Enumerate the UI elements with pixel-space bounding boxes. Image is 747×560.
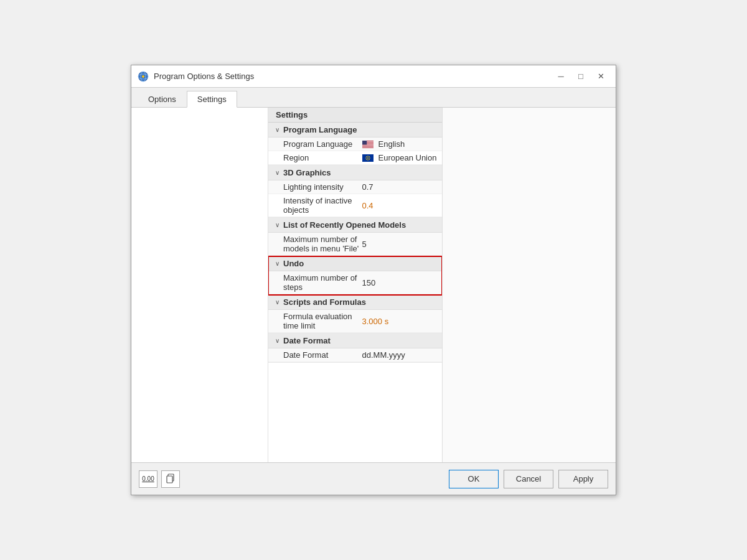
section-label-3d-graphics: 3D Graphics: [283, 168, 331, 177]
copy-button[interactable]: [161, 470, 180, 488]
section-label-recent-models: List of Recently Opened Models: [283, 220, 406, 230]
chevron-undo: ∨: [273, 260, 281, 267]
title-bar-controls: ─ □ ✕: [552, 70, 609, 83]
setting-value-region: European Union: [362, 153, 437, 162]
section-date-format: ∨ Date Format Date Format dd.MM.yyyy: [268, 334, 442, 363]
section-3d-graphics: ∨ 3D Graphics Lighting intensity 0.7 Int…: [268, 166, 442, 218]
format-button[interactable]: 0.00: [139, 470, 157, 488]
setting-inactive-intensity: Intensity of inactive objects 0.4: [268, 194, 442, 217]
svg-rect-8: [362, 144, 374, 145]
content-area: Settings ∨ Program Language Program Lang…: [131, 108, 616, 462]
tab-settings[interactable]: Settings: [187, 91, 237, 108]
svg-point-13: [367, 157, 369, 159]
value-max-models: 5: [362, 240, 367, 249]
value-lighting: 0.7: [362, 182, 374, 192]
setting-program-language: Program Language E: [268, 138, 442, 151]
bottom-bar: 0.00 OK Cancel Apply: [131, 462, 616, 495]
settings-header: Settings: [268, 108, 442, 123]
section-program-language-title[interactable]: ∨ Program Language: [268, 123, 442, 138]
svg-point-18: [366, 156, 367, 157]
app-icon: [138, 71, 149, 82]
setting-name-date-format: Date Format: [283, 350, 362, 360]
minimize-button[interactable]: ─: [552, 70, 570, 83]
svg-point-3: [142, 75, 144, 78]
value-inactive-intensity: 0.4: [362, 201, 374, 210]
section-undo: ∨ Undo Maximum number of steps 150: [268, 256, 442, 295]
bottom-right-buttons: OK Cancel Apply: [449, 470, 608, 488]
setting-value-date-format: dd.MM.yyyy: [362, 350, 437, 360]
setting-value-max-steps: 150: [362, 278, 437, 287]
copy-icon: [166, 474, 176, 485]
main-window: Program Options & Settings ─ □ ✕ Options…: [131, 65, 616, 495]
section-scripts: ∨ Scripts and Formulas Formula evaluatio…: [268, 295, 442, 334]
svg-point-19: [369, 156, 370, 157]
setting-name-inactive-intensity: Intensity of inactive objects: [283, 196, 362, 215]
title-bar: Program Options & Settings ─ □ ✕: [131, 65, 616, 88]
bottom-left-toolbar: 0.00: [139, 470, 180, 488]
setting-value-formula-time: 3.000 s: [362, 317, 437, 326]
svg-rect-10: [362, 147, 374, 147]
setting-name-max-steps: Maximum number of steps: [283, 273, 362, 292]
close-button[interactable]: ✕: [592, 70, 609, 83]
section-3d-graphics-title[interactable]: ∨ 3D Graphics: [268, 166, 442, 180]
svg-point-15: [367, 159, 369, 161]
setting-formula-time: Formula evaluation time limit 3.000 s: [268, 310, 442, 333]
ok-button[interactable]: OK: [449, 470, 499, 488]
svg-rect-23: [167, 476, 172, 483]
cancel-button[interactable]: Cancel: [504, 470, 553, 488]
format-icon: 0.00: [142, 475, 154, 482]
apply-button[interactable]: Apply: [558, 470, 608, 488]
section-label-date-format: Date Format: [283, 336, 331, 345]
chevron-date-format: ∨: [273, 337, 281, 344]
title-bar-left: Program Options & Settings: [138, 71, 254, 82]
svg-point-16: [365, 157, 367, 159]
setting-max-models: Maximum number of models in menu 'File' …: [268, 233, 442, 256]
flag-us-icon: [362, 141, 374, 148]
svg-point-21: [369, 159, 370, 160]
section-recent-models-title[interactable]: ∨ List of Recently Opened Models: [268, 218, 442, 233]
svg-point-20: [366, 159, 367, 160]
tab-options[interactable]: Options: [138, 91, 187, 108]
setting-name-formula-time: Formula evaluation time limit: [283, 312, 362, 330]
section-undo-title[interactable]: ∨ Undo: [268, 256, 442, 271]
value-program-language: English: [378, 139, 405, 149]
section-program-language: ∨ Program Language Program Language: [268, 123, 442, 166]
section-label-scripts: Scripts and Formulas: [283, 297, 366, 307]
section-date-format-title[interactable]: ∨ Date Format: [268, 334, 442, 348]
setting-value-lighting: 0.7: [362, 182, 437, 192]
svg-point-14: [367, 156, 369, 157]
svg-point-17: [369, 157, 370, 159]
flag-eu-icon: [362, 154, 374, 162]
maximize-button[interactable]: □: [572, 70, 590, 83]
setting-region: Region: [268, 151, 442, 165]
value-date-format: dd.MM.yyyy: [362, 350, 405, 360]
setting-value-program-language: English: [362, 139, 437, 149]
value-formula-time: 3.000 s: [362, 317, 389, 326]
setting-name-lighting: Lighting intensity: [283, 182, 362, 192]
chevron-scripts: ∨: [273, 299, 281, 306]
svg-rect-9: [362, 146, 374, 146]
setting-max-steps: Maximum number of steps 150: [268, 271, 442, 294]
chevron-program-language: ∨: [273, 126, 281, 133]
setting-value-max-models: 5: [362, 240, 437, 249]
setting-name-max-models: Maximum number of models in menu 'File': [283, 235, 362, 253]
setting-value-inactive-intensity: 0.4: [362, 201, 437, 210]
chevron-recent-models: ∨: [273, 222, 281, 228]
setting-lighting: Lighting intensity 0.7: [268, 180, 442, 194]
value-region: European Union: [378, 153, 437, 162]
svg-rect-11: [362, 141, 367, 144]
window-title: Program Options & Settings: [154, 72, 254, 81]
setting-name-program-language: Program Language: [283, 139, 362, 149]
copy-svg-icon: [166, 474, 176, 483]
setting-date-format: Date Format dd.MM.yyyy: [268, 348, 442, 362]
setting-name-region: Region: [283, 153, 362, 162]
section-label-program-language: Program Language: [283, 125, 357, 134]
chevron-3d-graphics: ∨: [273, 169, 281, 176]
section-scripts-title[interactable]: ∨ Scripts and Formulas: [268, 295, 442, 310]
tabs-bar: Options Settings: [131, 88, 616, 108]
section-recent-models: ∨ List of Recently Opened Models Maximum…: [268, 218, 442, 256]
right-blank-panel: [442, 108, 616, 462]
value-max-steps: 150: [362, 278, 376, 287]
section-label-undo: Undo: [283, 259, 304, 268]
left-panel: [131, 108, 268, 462]
